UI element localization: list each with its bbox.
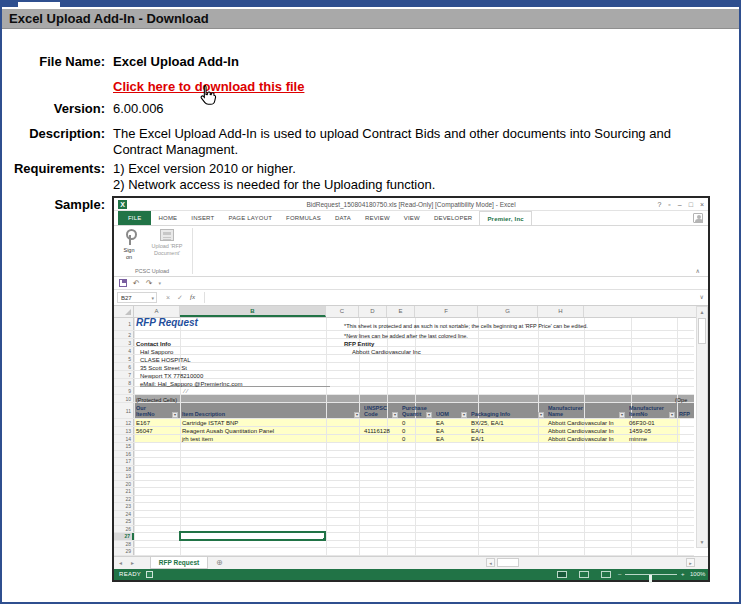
ribbon-tab-home[interactable]: HOME — [151, 211, 184, 225]
row-number-29[interactable]: 29 — [114, 548, 134, 555]
row-number-11[interactable]: 11 — [114, 403, 134, 418]
column-header-d[interactable]: D — [359, 306, 387, 317]
ribbon-tab-premier-inc[interactable]: Premier, Inc — [479, 211, 531, 225]
page-layout-view-icon[interactable] — [579, 571, 589, 578]
ribbon-tab-formulas[interactable]: FORMULAS — [279, 211, 328, 225]
row-number-19[interactable]: 19 — [114, 473, 134, 480]
zoom-slider-thumb[interactable] — [649, 575, 652, 583]
row-number-15[interactable]: 15 — [114, 443, 134, 450]
scroll-left-icon[interactable]: ◂ — [486, 558, 495, 567]
row-number-10[interactable]: 10 — [114, 395, 134, 402]
save-icon[interactable] — [119, 279, 127, 287]
undo-icon[interactable]: ↶ — [133, 279, 140, 288]
ribbon-tab-view[interactable]: VIEW — [397, 211, 427, 225]
scroll-down-icon[interactable]: ▼ — [697, 537, 707, 547]
normal-view-icon[interactable] — [557, 571, 567, 578]
row-number-14[interactable]: 14 — [114, 435, 134, 442]
zoom-slider[interactable] — [625, 574, 677, 575]
minimize-icon[interactable]: – — [678, 198, 682, 211]
zoom-out-icon[interactable]: – — [618, 569, 621, 580]
ribbon-tab-developer[interactable]: DEVELOPER — [427, 211, 479, 225]
insert-function-icon[interactable]: fx — [190, 292, 195, 303]
row-number-1[interactable]: 1 — [114, 318, 134, 330]
horizontal-scroll-thumb[interactable] — [497, 558, 519, 567]
ribbon-tab-data[interactable]: DATA — [328, 211, 358, 225]
row-number-26[interactable]: 26 — [114, 526, 134, 533]
formula-bar-input[interactable] — [204, 292, 690, 303]
zoom-in-icon[interactable]: + — [681, 569, 685, 580]
filter-button[interactable]: ▾ — [619, 412, 625, 418]
row-number-20[interactable]: 20 — [114, 481, 134, 488]
add-sheet-icon[interactable]: ⊕ — [216, 557, 223, 569]
close-icon[interactable]: × — [700, 198, 704, 211]
row-number-7[interactable]: 7 — [114, 371, 134, 378]
account-avatar-icon[interactable] — [693, 213, 703, 223]
qat-customize-icon[interactable]: ▾ — [158, 280, 161, 286]
select-all-corner[interactable] — [114, 306, 134, 317]
sign-on-button[interactable]: Sign on — [116, 228, 142, 270]
vertical-scrollbar[interactable]: ▲ ▼ — [696, 306, 708, 548]
grid-row: 3 — [114, 339, 694, 347]
row-number-28[interactable]: 28 — [114, 541, 134, 548]
help-icon[interactable]: ? — [657, 198, 661, 211]
column-header-f[interactable]: F — [415, 306, 478, 317]
upload-rfp-document-button[interactable]: Upload 'RFP Document' — [144, 228, 190, 270]
column-header-b[interactable]: B — [180, 306, 326, 317]
selected-cell-b27[interactable] — [179, 531, 326, 541]
row-number-3[interactable]: 3 — [114, 339, 134, 346]
grid-row: 25 — [114, 518, 694, 526]
horizontal-scrollbar[interactable]: ◂ ▸ — [486, 558, 696, 568]
row-number-4[interactable]: 4 — [114, 347, 134, 354]
filter-button[interactable]: ▾ — [426, 412, 432, 418]
column-header-a[interactable]: A — [134, 306, 180, 317]
ribbon-tab-page-layout[interactable]: PAGE LAYOUT — [221, 211, 279, 225]
maximize-icon[interactable]: □ — [689, 198, 693, 211]
row-number-13[interactable]: 13 — [114, 427, 134, 434]
vertical-scroll-thumb[interactable] — [698, 318, 706, 344]
next-sheet-icon[interactable]: ▸ — [131, 557, 134, 569]
sheet-grid[interactable]: RFP Request *This sheet is protected and… — [114, 318, 694, 556]
filter-button[interactable]: ▾ — [461, 412, 467, 418]
row-number-17[interactable]: 17 — [114, 458, 134, 465]
collapse-ribbon-icon[interactable]: ∧ — [696, 267, 700, 274]
row-number-23[interactable]: 23 — [114, 503, 134, 510]
column-header-c[interactable]: C — [326, 306, 359, 317]
ribbon-tab-file[interactable]: FILE — [118, 211, 151, 225]
ribbon-tab-review[interactable]: REVIEW — [358, 211, 397, 225]
filter-button[interactable]: ▾ — [538, 412, 544, 418]
ribbon-tab-insert[interactable]: INSERT — [184, 211, 221, 225]
column-header-h[interactable]: H — [538, 306, 584, 317]
filter-button[interactable]: ▾ — [392, 412, 398, 418]
row-number-5[interactable]: 5 — [114, 355, 134, 362]
row-number-9[interactable]: 9 — [114, 387, 134, 394]
row-number-24[interactable]: 24 — [114, 511, 134, 518]
row-number-2[interactable]: 2 — [114, 331, 134, 338]
prev-sheet-icon[interactable]: ◂ — [119, 557, 122, 569]
cancel-icon[interactable]: × — [166, 292, 170, 303]
row-number-25[interactable]: 25 — [114, 518, 134, 525]
macro-record-icon[interactable] — [146, 571, 153, 578]
enter-icon[interactable]: ✓ — [177, 292, 183, 303]
scroll-up-icon[interactable]: ▲ — [697, 307, 707, 317]
filter-button[interactable]: ▾ — [354, 412, 360, 418]
name-box-dropdown-icon[interactable]: ▾ — [151, 293, 154, 303]
sheet-tab-rfp-request[interactable]: RFP Request — [150, 557, 208, 569]
row-number-6[interactable]: 6 — [114, 363, 134, 370]
column-header-e[interactable]: E — [387, 306, 415, 317]
filter-button[interactable]: ▾ — [172, 412, 178, 418]
page-break-view-icon[interactable] — [601, 571, 611, 578]
ribbon-options-icon[interactable]: ▫ — [668, 198, 670, 211]
row-number-16[interactable]: 16 — [114, 451, 134, 458]
row-number-22[interactable]: 22 — [114, 496, 134, 503]
name-box[interactable]: B27 ▾ — [117, 292, 157, 303]
redo-icon[interactable]: ↷ — [146, 279, 153, 288]
row-number-8[interactable]: 8 — [114, 379, 134, 386]
column-header-g[interactable]: G — [478, 306, 538, 317]
row-number-27[interactable]: 27 — [114, 533, 134, 540]
filter-button[interactable]: ▾ — [669, 412, 675, 418]
scroll-right-icon[interactable]: ▸ — [686, 558, 695, 567]
row-number-18[interactable]: 18 — [114, 466, 134, 473]
row-number-12[interactable]: 12 — [114, 419, 134, 426]
expand-formula-bar-icon[interactable]: ∨ — [700, 293, 704, 300]
row-number-21[interactable]: 21 — [114, 488, 134, 495]
